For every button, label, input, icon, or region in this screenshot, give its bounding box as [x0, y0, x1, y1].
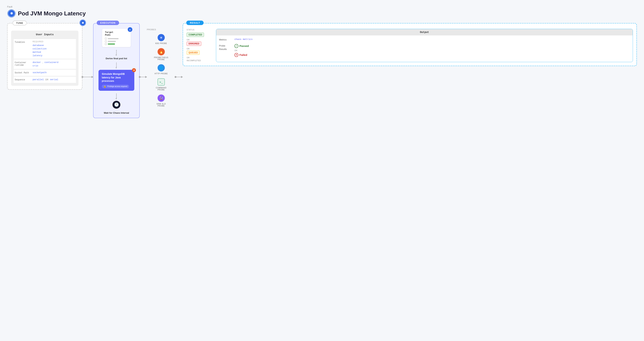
- srm-probe-item: 🔮 SRM SLOPROBE: [147, 94, 176, 107]
- svg-text:🌐: 🌐: [159, 66, 163, 70]
- arrow-dot: [82, 76, 83, 78]
- probe-or: OR: [234, 49, 249, 51]
- execution-to-probes-arrow: [140, 23, 147, 77]
- user-inputs-card: User Inputs Tunables REQUIRED database c…: [11, 31, 78, 86]
- socket-path-label: Socket Path: [15, 71, 32, 74]
- runtime-crio: crio: [32, 64, 58, 67]
- pods-line-3: [105, 43, 128, 45]
- simulate-card: ★ Simulate MongoDB latency for Java proc…: [98, 70, 134, 91]
- socket-path-values: socketpath: [32, 71, 46, 74]
- title-row: ⎈ Pod JVM Mongo Latency: [7, 9, 637, 18]
- target-pods-title: TargetPods: [105, 31, 128, 36]
- tunables-values: REQUIRED database collection method late…: [32, 41, 46, 57]
- tune-badge: TUNE: [12, 20, 27, 25]
- sequence-or: OR: [45, 78, 48, 81]
- status-or-1: OR: [186, 39, 212, 41]
- container-runtime-values: docker , containerd crio: [32, 61, 58, 67]
- result-badge: RESULT: [186, 20, 204, 25]
- metrics-row: Metrics chaos metrics: [219, 38, 630, 41]
- pods-lines: [105, 38, 128, 45]
- sequence-values: parallel OR serial: [32, 78, 58, 81]
- pods-line-2: [105, 40, 128, 42]
- dashed-arrow-2: [116, 63, 116, 67]
- prometheus-probe-label: PROMETHEUSPROBE: [154, 56, 168, 60]
- required-label: REQUIRED: [32, 41, 46, 43]
- kubernetes-icon: ⎈: [7, 9, 16, 18]
- dashed-arrow-1: [116, 50, 116, 54]
- pods-bar-3: [108, 43, 115, 44]
- probes-result-dot: [174, 76, 176, 78]
- tunables-label: Tunables: [15, 41, 32, 43]
- metrics-value: chaos metrics: [234, 38, 252, 41]
- srm-probe-label: SRM SLOPROBE: [156, 103, 166, 107]
- tune-box: User Inputs Tunables REQUIRED database c…: [7, 23, 82, 90]
- sequence-parallel: parallel: [32, 78, 44, 81]
- failed-label: Failed: [240, 53, 247, 56]
- command-probe-icon: >_: [157, 78, 165, 86]
- user-inputs-title: User Inputs: [14, 33, 76, 36]
- clock-icon: 🕐: [112, 101, 120, 109]
- tunable-method: method: [32, 51, 46, 53]
- status-queued: QUEUED: [186, 50, 200, 55]
- svg-text:⎈: ⎈: [160, 35, 162, 39]
- tune-section: TUNE ⎈ User Inputs Tunables REQUIRED dat…: [7, 23, 82, 90]
- http-probe-icon: 🌐: [157, 64, 165, 72]
- status-col-title: STATUS: [186, 29, 212, 31]
- svg-text:🔮: 🔮: [159, 96, 163, 100]
- probes-to-result-arrow: [176, 23, 183, 77]
- wait-label: Wait for Chaos Interval: [104, 111, 129, 114]
- tune-k8s-icon: ⎈: [79, 19, 86, 27]
- probes-section: PROBES ⎈ K8S PROBE 🔥 PROMETHEUSPROBE: [147, 23, 176, 110]
- target-pods-card: ⎈ TargetPods: [102, 29, 131, 47]
- http-probe-label: HTTP PROBE: [154, 73, 168, 75]
- k8s-probe-item: ⎈ K8S PROBE: [147, 33, 176, 44]
- execution-section: EXECUTION ⎈ TargetPods: [93, 23, 140, 118]
- runtime-docker: docker: [32, 61, 41, 64]
- command-probe-item: >_ COMMANDPROBE: [147, 78, 176, 91]
- tune-to-execution-arrow: [82, 23, 93, 77]
- probes-label: PROBES: [147, 28, 176, 31]
- http-probe-item: 🌐 HTTP PROBE: [147, 64, 176, 75]
- sequence-inline: parallel OR serial: [32, 78, 58, 81]
- probes-result-line: [176, 77, 183, 77]
- socket-path-value: socketpath: [32, 71, 46, 74]
- output-card: Output Metrics chaos metrics ProbeResult…: [216, 29, 633, 62]
- container-runtime-label: Containerruntime: [15, 61, 32, 66]
- checkbox-3: [105, 43, 107, 45]
- output-body: Metrics chaos metrics ProbeResults ✓ Pas…: [216, 35, 633, 62]
- probe-result-col: ✓ Passed OR ✕ Failed: [234, 44, 249, 57]
- tunable-latency: latency: [32, 54, 46, 57]
- privilege-text: Privilege access required: [107, 85, 127, 87]
- probe-passed: ✓ Passed: [234, 44, 249, 48]
- status-column: STATUS COMPLETED OR ERRORED OR QUEUED OR…: [186, 29, 212, 62]
- pods-line-1: [105, 38, 128, 39]
- result-box: STATUS COMPLETED OR ERRORED OR QUEUED OR…: [183, 23, 637, 66]
- prometheus-probe-item: 🔥 PROMETHEUSPROBE: [147, 48, 176, 60]
- target-pods-k8s-icon: ⎈: [128, 27, 132, 33]
- probe-failed: ✕ Failed: [234, 53, 249, 57]
- socket-path-row: Socket Path socketpath: [14, 69, 76, 76]
- privilege-icon: 🔒: [104, 85, 106, 88]
- status-or-2: OR: [186, 48, 212, 50]
- x-circle-icon: ✕: [234, 53, 238, 57]
- svg-text:⎈: ⎈: [129, 28, 131, 31]
- passed-label: Passed: [240, 44, 249, 47]
- clock-emoji: 🕐: [114, 102, 119, 107]
- svg-text:>_: >_: [160, 80, 163, 84]
- container-runtime-row: Containerruntime docker , containerd cri…: [14, 59, 76, 69]
- tunable-collection: collection: [32, 47, 46, 50]
- pods-bar-1: [108, 38, 118, 39]
- check-circle-icon: ✓: [234, 44, 238, 48]
- result-section: RESULT STATUS COMPLETED OR ERRORED OR QU…: [183, 23, 637, 66]
- command-probe-label: COMMANDPROBE: [156, 87, 166, 91]
- execution-box: ⎈ TargetPods: [93, 23, 140, 118]
- simulate-title: Simulate MongoDB latency for Java proces…: [102, 72, 131, 83]
- exec-probes-line: [140, 77, 147, 77]
- svg-text:⎈: ⎈: [82, 21, 84, 24]
- metrics-label: Metrics: [219, 38, 232, 41]
- tunables-row: Tunables REQUIRED database collection me…: [14, 39, 76, 59]
- arrow-line: [82, 77, 93, 77]
- fault-label: Fault: [7, 5, 637, 8]
- status-or-3: OR: [186, 56, 212, 59]
- sequence-label: Sequence: [15, 78, 32, 81]
